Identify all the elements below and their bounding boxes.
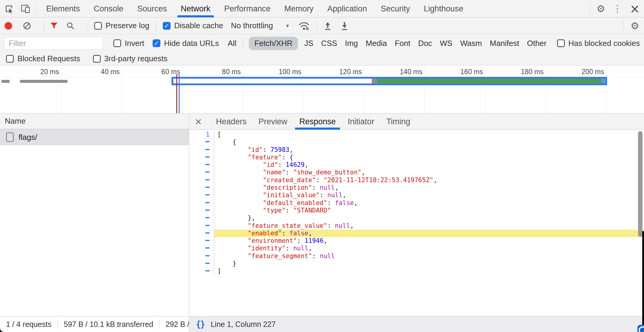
vertical-scrollbar[interactable] [638, 131, 643, 237]
code-line-text: ] [214, 267, 644, 275]
filter-type-css[interactable]: CSS [321, 39, 337, 48]
blocked-requests-checkbox-group[interactable]: Blocked Requests [6, 54, 80, 63]
filter-type-img[interactable]: Img [345, 39, 358, 48]
tab-application[interactable]: Application [321, 0, 374, 17]
fold-marker[interactable] [189, 237, 214, 245]
more-options-icon[interactable]: ⋮ [613, 4, 622, 13]
hide-data-urls-checkbox-group[interactable]: ✓ Hide data URLs [153, 39, 219, 48]
record-button[interactable] [5, 22, 12, 29]
throttling-select[interactable]: No throttling [231, 21, 273, 30]
close-devtools-icon[interactable]: × [630, 3, 640, 15]
fold-dash-icon [205, 171, 210, 173]
fold-marker[interactable] [189, 169, 214, 176]
close-detail-panel-icon[interactable]: × [195, 116, 202, 127]
detail-tab-headers[interactable]: Headers [210, 113, 252, 130]
request-row-flags[interactable]: flags/ [0, 129, 189, 145]
tab-performance[interactable]: Performance [217, 0, 278, 17]
search-icon[interactable] [66, 22, 75, 30]
timeline-tick-label: 40 ms [75, 68, 120, 76]
tab-sources[interactable]: Sources [130, 0, 174, 17]
filter-type-manifest[interactable]: Manifest [490, 39, 519, 48]
selected-detail-tab-underline [295, 128, 340, 130]
filter-type-other[interactable]: Other [527, 39, 547, 48]
fold-marker[interactable] [189, 146, 214, 154]
tab-memory[interactable]: Memory [277, 0, 321, 17]
fold-marker[interactable] [189, 154, 214, 161]
fold-marker[interactable] [189, 138, 214, 146]
invert-checkbox[interactable] [113, 39, 121, 47]
filter-type-fetch-xhr[interactable]: Fetch/XHR [249, 37, 298, 50]
preserve-log-checkbox-group[interactable]: Preserve log [94, 21, 149, 30]
settings-gear-icon[interactable]: ⚙ [597, 4, 605, 14]
fold-marker[interactable] [189, 184, 214, 192]
blocked-requests-checkbox[interactable] [6, 55, 14, 63]
clear-icon[interactable] [23, 22, 31, 30]
filter-input[interactable] [4, 37, 103, 50]
filter-type-media[interactable]: Media [366, 39, 387, 48]
filter-type-doc[interactable]: Doc [418, 39, 432, 48]
tab-elements[interactable]: Elements [39, 0, 87, 17]
timeline-tick-label: 140 ms [377, 68, 422, 76]
tab-network[interactable]: Network [174, 0, 217, 17]
source-status-bar: {} Line 1, Column 227 [189, 316, 644, 332]
token-p [217, 207, 263, 214]
disable-cache-checkbox[interactable]: ✓ [163, 22, 171, 30]
selected-request-bar[interactable] [171, 77, 607, 85]
code-line: "description": null, [189, 184, 644, 192]
code-line-text: [ [214, 131, 644, 138]
hide-data-urls-label: Hide data URLs [164, 39, 219, 48]
token-a: null [293, 245, 309, 252]
throttling-dropdown-arrow-icon[interactable]: ▾ [286, 23, 289, 29]
tab-lighthouse[interactable]: Lighthouse [417, 0, 470, 17]
device-toolbar-icon[interactable] [20, 4, 31, 14]
detail-tab-label: Timing [386, 117, 410, 126]
disable-cache-checkbox-group[interactable]: ✓ Disable cache [163, 21, 223, 30]
fold-marker[interactable] [189, 260, 214, 267]
fold-marker[interactable] [189, 207, 214, 214]
network-settings-gear-icon[interactable]: ⚙ [631, 21, 639, 31]
tab-security[interactable]: Security [374, 0, 417, 17]
detail-tab-initiator[interactable]: Initiator [342, 113, 380, 130]
third-party-requests-checkbox-group[interactable]: 3rd-party requests [93, 54, 168, 63]
filter-type-ws[interactable]: WS [440, 39, 452, 48]
import-har-icon[interactable] [323, 21, 332, 30]
detail-tab-response[interactable]: Response [293, 113, 342, 130]
tab-console[interactable]: Console [87, 0, 130, 17]
fold-marker[interactable] [189, 199, 214, 207]
fold-marker[interactable] [189, 161, 214, 169]
summary-item: 1 / 4 requests [6, 320, 51, 329]
timeline-tick-label: 180 ms [499, 68, 544, 76]
filter-funnel-icon[interactable] [50, 22, 58, 30]
filter-type-wasm[interactable]: Wasm [460, 39, 482, 48]
filter-type-font[interactable]: Font [395, 39, 410, 48]
fold-marker[interactable] [189, 222, 214, 230]
response-code-viewer[interactable]: 1[ { "id": 75983, "feature": { "id": 146… [189, 130, 644, 316]
detail-tab-timing[interactable]: Timing [380, 113, 416, 130]
hide-data-urls-checkbox[interactable]: ✓ [153, 39, 160, 47]
fold-dash-icon [205, 232, 210, 234]
inspect-element-icon[interactable] [4, 4, 14, 14]
panel-resize-divider[interactable] [189, 113, 189, 332]
has-blocked-cookies-checkbox-group[interactable]: Has blocked cookies [557, 39, 640, 48]
has-blocked-cookies-checkbox[interactable] [557, 39, 565, 47]
export-har-icon[interactable] [340, 21, 349, 30]
fold-marker[interactable] [189, 245, 214, 252]
detail-tab-preview[interactable]: Preview [252, 113, 293, 130]
fold-marker[interactable] [189, 214, 214, 222]
fold-marker[interactable] [189, 177, 214, 184]
fold-marker[interactable] [189, 192, 214, 199]
preserve-log-checkbox[interactable] [94, 22, 102, 30]
filter-type-all[interactable]: All [228, 39, 237, 48]
pretty-print-icon[interactable]: {} [196, 319, 205, 329]
network-overview-timeline[interactable]: 20 ms40 ms60 ms80 ms100 ms120 ms140 ms16… [0, 65, 644, 113]
fold-marker[interactable] [189, 267, 214, 275]
fold-marker[interactable] [189, 252, 214, 260]
filter-type-js[interactable]: JS [304, 39, 313, 48]
fold-marker[interactable] [189, 230, 214, 237]
invert-checkbox-group[interactable]: Invert [113, 39, 144, 48]
line-number[interactable]: 1 [189, 131, 214, 138]
code-line: "feature_state_value": null, [189, 222, 644, 230]
name-column-header[interactable]: Name [0, 113, 189, 129]
third-party-requests-checkbox[interactable] [93, 55, 101, 63]
network-conditions-icon[interactable] [298, 21, 310, 31]
